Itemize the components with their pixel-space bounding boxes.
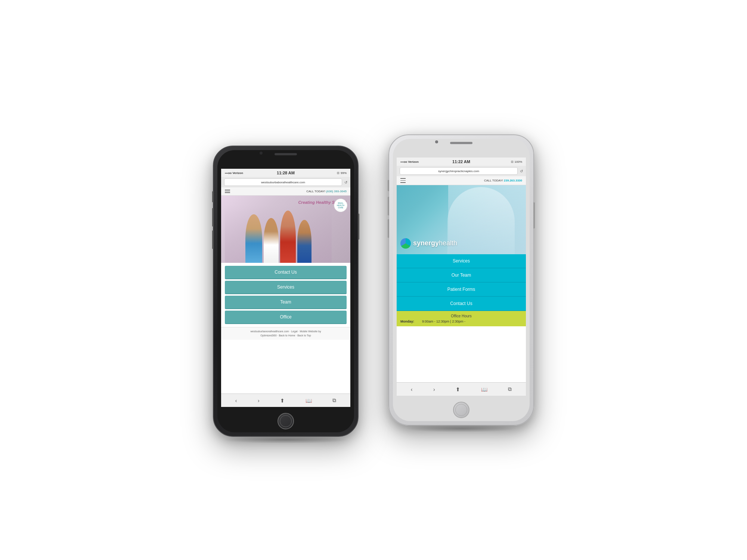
call-label-light: CALL TODAY!: [484, 179, 503, 182]
synergy-logo-text: synergyhealth: [413, 239, 457, 247]
nav-patient-forms[interactable]: Patient Forms: [397, 283, 526, 297]
phone-volume-toggle-light: [388, 180, 389, 191]
nav-contact-us[interactable]: Contact Us: [225, 266, 347, 279]
phone-volume-down-light: [388, 219, 389, 238]
forward-button-light[interactable]: ›: [433, 386, 435, 392]
dark-site-content: CALL TODAY! (630) 393-3045 Creating Heal…: [221, 187, 350, 407]
nav-buttons-dark: Contact Us Services Team Office: [221, 263, 350, 327]
battery-pct-dark: 99%: [341, 171, 347, 175]
nav-our-team[interactable]: Our Team: [397, 268, 526, 283]
home-button-ring-dark: [280, 415, 292, 427]
phone-front-camera: [260, 152, 263, 155]
back-button-dark[interactable]: ‹: [235, 398, 237, 404]
phone-dark: •••oo Verizon 11:28 AM ⊡ 99% westsuburba…: [213, 146, 359, 437]
tabs-button-dark[interactable]: ⧉: [332, 397, 336, 404]
share-button-light[interactable]: ⬆: [456, 386, 460, 392]
phone-light: •••oo Verizon 11:22 AM ⊡ 100% synergychi…: [388, 134, 534, 426]
person-2: [264, 218, 279, 263]
hamburger-line2: [225, 191, 230, 192]
synergy-light: health: [439, 239, 457, 247]
hamburger-menu-light[interactable]: [400, 178, 406, 183]
phone-front-camera-light: [435, 140, 438, 143]
hamburger-line1-light: [400, 178, 406, 179]
url-bar-light: synergychiropracticnaples.com ↺: [397, 166, 526, 176]
browser-toolbar-dark: ‹ › ⬆ 📖 ⧉: [221, 393, 350, 407]
site-header-dark: CALL TODAY! (630) 393-3045: [221, 187, 350, 196]
office-day: Monday:: [400, 320, 419, 323]
nav-services-light[interactable]: Services: [397, 254, 526, 268]
home-button-dark[interactable]: [278, 413, 294, 429]
status-bar-light: •••oo Verizon 11:22 AM ⊡ 100%: [397, 158, 526, 166]
phone-speaker-light: [450, 142, 472, 144]
hamburger-line3-light: [400, 182, 406, 183]
office-hours-row: Monday: 9:00am - 12:30pm | 2:30pm -: [400, 320, 522, 323]
status-icons-light: ⊡ 100%: [511, 160, 522, 164]
person-3: [280, 211, 296, 263]
scene: •••oo Verizon 11:28 AM ⊡ 99% westsuburba…: [112, 56, 635, 504]
footer-line2: Optimized360 · Back to Home · Back to To…: [225, 334, 347, 338]
back-button-light[interactable]: ‹: [411, 386, 413, 392]
bookmarks-button-dark[interactable]: 📖: [306, 398, 312, 404]
time-label-light: 11:22 AM: [452, 159, 470, 164]
nav-office[interactable]: Office: [225, 311, 347, 324]
refresh-icon-light[interactable]: ↺: [520, 169, 523, 173]
hero-people-photo: [225, 205, 332, 263]
phone-screen-bezel: •••oo Verizon 11:28 AM ⊡ 99% westsuburba…: [217, 150, 354, 432]
refresh-icon-dark[interactable]: ↺: [344, 180, 347, 184]
light-phone-screen: •••oo Verizon 11:22 AM ⊡ 100% synergychi…: [397, 158, 526, 396]
phone-power-button-light: [533, 202, 535, 228]
hamburger-line2-light: [400, 180, 406, 181]
footer-line1: westsuburbanoralhealthcare.com · Legal ·…: [225, 330, 347, 334]
nav-services[interactable]: Services: [225, 281, 347, 294]
hero-image-dark: Creating Healthy Smiles! IDEALHEALTHCARE: [221, 196, 350, 263]
forward-button-dark[interactable]: ›: [258, 398, 260, 404]
nav-buttons-light: Services Our Team Patient Forms Contact …: [397, 254, 526, 311]
status-bar-dark: •••oo Verizon 11:28 AM ⊡ 99%: [221, 169, 350, 177]
site-footer-dark: westsuburbanoralhealthcare.com · Legal ·…: [221, 327, 350, 340]
hamburger-menu-dark[interactable]: [225, 190, 230, 193]
phone-shadow-light: [405, 425, 517, 432]
office-hours-title: Office Hours: [400, 314, 522, 318]
dark-phone-screen: •••oo Verizon 11:28 AM ⊡ 99% westsuburba…: [221, 169, 350, 407]
nav-contact-us-light[interactable]: Contact Us: [397, 297, 526, 311]
battery-icon-light: ⊡: [511, 160, 514, 164]
carrier-label-light: •••oo Verizon: [400, 160, 419, 164]
call-text-light: CALL TODAY! 239.263.3330: [484, 179, 522, 182]
share-button-dark[interactable]: ⬆: [280, 398, 285, 404]
call-number-light[interactable]: 239.263.3330: [504, 179, 522, 182]
battery-icon-dark: ⊡: [337, 171, 340, 175]
phone-volume-down: [212, 230, 214, 249]
url-bar-dark: westsuburbaboralhealthcare.com ↺: [221, 177, 350, 187]
bookmarks-button-light[interactable]: 📖: [481, 386, 487, 392]
time-label-dark: 11:28 AM: [277, 171, 295, 175]
phone-speaker: [275, 153, 297, 155]
phone-volume-up-light: [388, 197, 389, 215]
url-field-light[interactable]: synergychiropracticnaples.com: [400, 167, 518, 175]
synergy-logo-container: synergyhealth: [400, 238, 457, 249]
status-icons-dark: ⊡ 99%: [337, 171, 347, 175]
phone-screen-bezel-light: •••oo Verizon 11:22 AM ⊡ 100% synergychi…: [393, 139, 530, 421]
tabs-button-light[interactable]: ⧉: [508, 386, 512, 392]
dental-logo-text: IDEALHEALTHCARE: [337, 202, 344, 209]
dental-logo: IDEALHEALTHCARE: [334, 199, 347, 212]
call-label-dark: CALL TODAY!: [306, 190, 325, 193]
home-button-ring-light: [455, 404, 467, 416]
person-4: [297, 220, 311, 263]
office-hours-section: Office Hours Monday: 9:00am - 12:30pm | …: [397, 311, 526, 326]
synergy-bold: synergy: [413, 239, 439, 247]
call-number-dark[interactable]: (630) 393-3045: [326, 190, 347, 193]
browser-toolbar-light: ‹ › ⬆ 📖 ⧉: [397, 382, 526, 396]
office-time: 9:00am - 12:30pm | 2:30pm -: [422, 320, 465, 323]
battery-pct-light: 100%: [515, 160, 522, 164]
phone-shadow-dark: [222, 436, 349, 444]
home-button-light[interactable]: [453, 402, 469, 418]
nav-team[interactable]: Team: [225, 296, 347, 309]
hamburger-line1: [225, 190, 230, 190]
synergy-logo-icon: [400, 238, 411, 249]
url-field-dark[interactable]: westsuburbaboralhealthcare.com: [224, 178, 342, 186]
phone-volume-up: [212, 208, 214, 227]
light-site-content: CALL TODAY! 239.263.3330: [397, 176, 526, 396]
hero-image-light: synergyhealth: [397, 185, 526, 254]
site-header-light: CALL TODAY! 239.263.3330: [397, 176, 526, 185]
phone-volume-toggle: [212, 191, 214, 202]
